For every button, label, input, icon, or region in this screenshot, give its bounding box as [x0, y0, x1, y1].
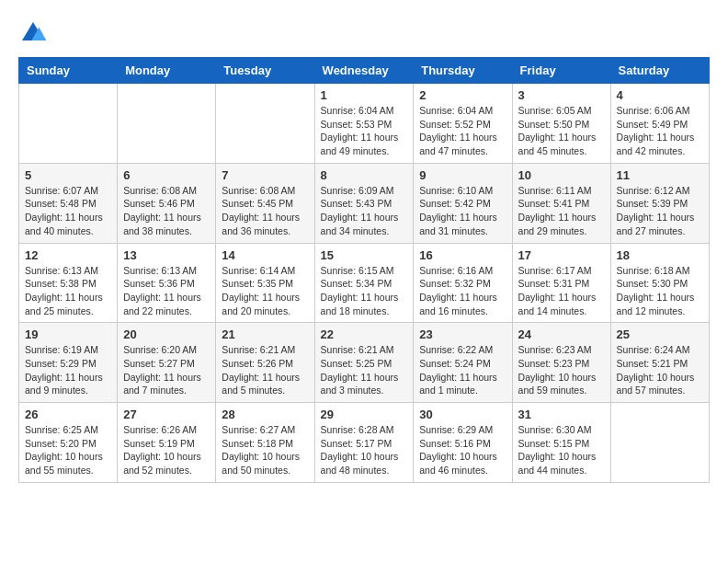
day-number: 21 — [222, 327, 308, 341]
calendar-cell: 30Sunrise: 6:29 AM Sunset: 5:16 PM Dayli… — [414, 403, 512, 483]
day-number: 27 — [123, 408, 210, 421]
calendar-cell: 26Sunrise: 6:25 AM Sunset: 5:20 PM Dayli… — [19, 403, 118, 483]
day-number: 13 — [123, 248, 210, 262]
calendar-cell: 3Sunrise: 6:05 AM Sunset: 5:50 PM Daylig… — [512, 84, 610, 164]
day-number: 18 — [617, 248, 703, 262]
calendar-cell: 17Sunrise: 6:17 AM Sunset: 5:31 PM Dayli… — [512, 243, 610, 323]
day-number: 6 — [123, 168, 210, 182]
day-info: Sunrise: 6:19 AM Sunset: 5:29 PM Dayligh… — [25, 343, 111, 397]
calendar-cell: 19Sunrise: 6:19 AM Sunset: 5:29 PM Dayli… — [19, 323, 118, 403]
day-number: 14 — [222, 248, 308, 262]
calendar-cell: 8Sunrise: 6:09 AM Sunset: 5:43 PM Daylig… — [314, 163, 414, 243]
day-info: Sunrise: 6:14 AM Sunset: 5:35 PM Dayligh… — [222, 264, 308, 318]
day-number: 4 — [617, 88, 703, 102]
logo — [18, 18, 51, 48]
day-number: 11 — [617, 168, 703, 182]
day-info: Sunrise: 6:06 AM Sunset: 5:49 PM Dayligh… — [617, 104, 703, 158]
calendar-cell: 4Sunrise: 6:06 AM Sunset: 5:49 PM Daylig… — [610, 84, 709, 164]
day-number: 24 — [518, 327, 605, 341]
calendar-cell: 6Sunrise: 6:08 AM Sunset: 5:46 PM Daylig… — [118, 163, 216, 243]
header-thursday: Thursday — [414, 58, 512, 84]
day-number: 9 — [419, 168, 506, 182]
calendar-cell: 21Sunrise: 6:21 AM Sunset: 5:26 PM Dayli… — [216, 323, 314, 403]
calendar-cell: 23Sunrise: 6:22 AM Sunset: 5:24 PM Dayli… — [414, 323, 512, 403]
day-info: Sunrise: 6:17 AM Sunset: 5:31 PM Dayligh… — [518, 264, 605, 318]
day-info: Sunrise: 6:24 AM Sunset: 5:21 PM Dayligh… — [617, 343, 703, 397]
calendar-cell: 9Sunrise: 6:10 AM Sunset: 5:42 PM Daylig… — [414, 163, 512, 243]
day-info: Sunrise: 6:07 AM Sunset: 5:48 PM Dayligh… — [25, 184, 111, 238]
day-number: 12 — [25, 248, 111, 262]
calendar-header-row: SundayMondayTuesdayWednesdayThursdayFrid… — [19, 58, 710, 84]
day-info: Sunrise: 6:04 AM Sunset: 5:53 PM Dayligh… — [321, 104, 408, 158]
calendar-cell: 10Sunrise: 6:11 AM Sunset: 5:41 PM Dayli… — [512, 163, 610, 243]
calendar-cell: 15Sunrise: 6:15 AM Sunset: 5:34 PM Dayli… — [314, 243, 414, 323]
logo-icon — [18, 18, 48, 48]
calendar-cell: 11Sunrise: 6:12 AM Sunset: 5:39 PM Dayli… — [610, 163, 709, 243]
day-info: Sunrise: 6:20 AM Sunset: 5:27 PM Dayligh… — [123, 343, 210, 397]
calendar-cell — [19, 84, 118, 164]
calendar-cell: 29Sunrise: 6:28 AM Sunset: 5:17 PM Dayli… — [314, 403, 414, 483]
header-monday: Monday — [118, 58, 216, 84]
day-number: 22 — [321, 327, 408, 341]
calendar-week-row: 1Sunrise: 6:04 AM Sunset: 5:53 PM Daylig… — [19, 84, 710, 164]
day-info: Sunrise: 6:13 AM Sunset: 5:38 PM Dayligh… — [25, 264, 111, 318]
calendar-cell: 1Sunrise: 6:04 AM Sunset: 5:53 PM Daylig… — [314, 84, 414, 164]
calendar-cell: 13Sunrise: 6:13 AM Sunset: 5:36 PM Dayli… — [118, 243, 216, 323]
header-saturday: Saturday — [610, 58, 709, 84]
day-info: Sunrise: 6:08 AM Sunset: 5:46 PM Dayligh… — [123, 184, 210, 238]
day-number: 16 — [419, 248, 506, 262]
day-info: Sunrise: 6:05 AM Sunset: 5:50 PM Dayligh… — [518, 104, 605, 158]
day-number: 20 — [123, 327, 210, 341]
calendar-week-row: 26Sunrise: 6:25 AM Sunset: 5:20 PM Dayli… — [19, 403, 710, 483]
day-number: 17 — [518, 248, 605, 262]
day-number: 5 — [25, 168, 111, 182]
calendar-cell: 28Sunrise: 6:27 AM Sunset: 5:18 PM Dayli… — [216, 403, 314, 483]
calendar-cell: 31Sunrise: 6:30 AM Sunset: 5:15 PM Dayli… — [512, 403, 610, 483]
calendar-cell: 27Sunrise: 6:26 AM Sunset: 5:19 PM Dayli… — [118, 403, 216, 483]
calendar-cell: 25Sunrise: 6:24 AM Sunset: 5:21 PM Dayli… — [610, 323, 709, 403]
day-info: Sunrise: 6:09 AM Sunset: 5:43 PM Dayligh… — [321, 184, 408, 238]
day-number: 26 — [25, 408, 111, 421]
day-info: Sunrise: 6:25 AM Sunset: 5:20 PM Dayligh… — [25, 423, 111, 477]
calendar-cell: 24Sunrise: 6:23 AM Sunset: 5:23 PM Dayli… — [512, 323, 610, 403]
day-number: 3 — [518, 88, 605, 102]
day-number: 15 — [321, 248, 408, 262]
calendar-cell — [216, 84, 314, 164]
day-info: Sunrise: 6:15 AM Sunset: 5:34 PM Dayligh… — [321, 264, 408, 318]
day-info: Sunrise: 6:13 AM Sunset: 5:36 PM Dayligh… — [123, 264, 210, 318]
day-info: Sunrise: 6:12 AM Sunset: 5:39 PM Dayligh… — [617, 184, 703, 238]
calendar-cell: 18Sunrise: 6:18 AM Sunset: 5:30 PM Dayli… — [610, 243, 709, 323]
day-info: Sunrise: 6:21 AM Sunset: 5:25 PM Dayligh… — [321, 343, 408, 397]
calendar-cell: 7Sunrise: 6:08 AM Sunset: 5:45 PM Daylig… — [216, 163, 314, 243]
header-wednesday: Wednesday — [314, 58, 414, 84]
calendar-week-row: 12Sunrise: 6:13 AM Sunset: 5:38 PM Dayli… — [19, 243, 710, 323]
day-number: 7 — [222, 168, 308, 182]
day-info: Sunrise: 6:16 AM Sunset: 5:32 PM Dayligh… — [419, 264, 506, 318]
calendar-cell: 5Sunrise: 6:07 AM Sunset: 5:48 PM Daylig… — [19, 163, 118, 243]
header-friday: Friday — [512, 58, 610, 84]
day-info: Sunrise: 6:30 AM Sunset: 5:15 PM Dayligh… — [518, 423, 605, 477]
calendar-cell: 12Sunrise: 6:13 AM Sunset: 5:38 PM Dayli… — [19, 243, 118, 323]
day-number: 28 — [222, 408, 308, 421]
calendar-week-row: 5Sunrise: 6:07 AM Sunset: 5:48 PM Daylig… — [19, 163, 710, 243]
calendar-cell: 16Sunrise: 6:16 AM Sunset: 5:32 PM Dayli… — [414, 243, 512, 323]
header-tuesday: Tuesday — [216, 58, 314, 84]
day-number: 1 — [321, 88, 408, 102]
day-number: 31 — [518, 408, 605, 421]
day-info: Sunrise: 6:21 AM Sunset: 5:26 PM Dayligh… — [222, 343, 308, 397]
day-number: 19 — [25, 327, 111, 341]
calendar-cell — [610, 403, 709, 483]
day-info: Sunrise: 6:11 AM Sunset: 5:41 PM Dayligh… — [518, 184, 605, 238]
day-number: 30 — [419, 408, 506, 421]
calendar-cell: 20Sunrise: 6:20 AM Sunset: 5:27 PM Dayli… — [118, 323, 216, 403]
day-number: 8 — [321, 168, 408, 182]
calendar-cell — [118, 84, 216, 164]
day-info: Sunrise: 6:08 AM Sunset: 5:45 PM Dayligh… — [222, 184, 308, 238]
day-info: Sunrise: 6:27 AM Sunset: 5:18 PM Dayligh… — [222, 423, 308, 477]
page-header — [18, 18, 710, 48]
calendar: SundayMondayTuesdayWednesdayThursdayFrid… — [18, 57, 710, 483]
day-number: 25 — [617, 327, 703, 341]
day-number: 10 — [518, 168, 605, 182]
day-info: Sunrise: 6:18 AM Sunset: 5:30 PM Dayligh… — [617, 264, 703, 318]
day-number: 29 — [321, 408, 408, 421]
